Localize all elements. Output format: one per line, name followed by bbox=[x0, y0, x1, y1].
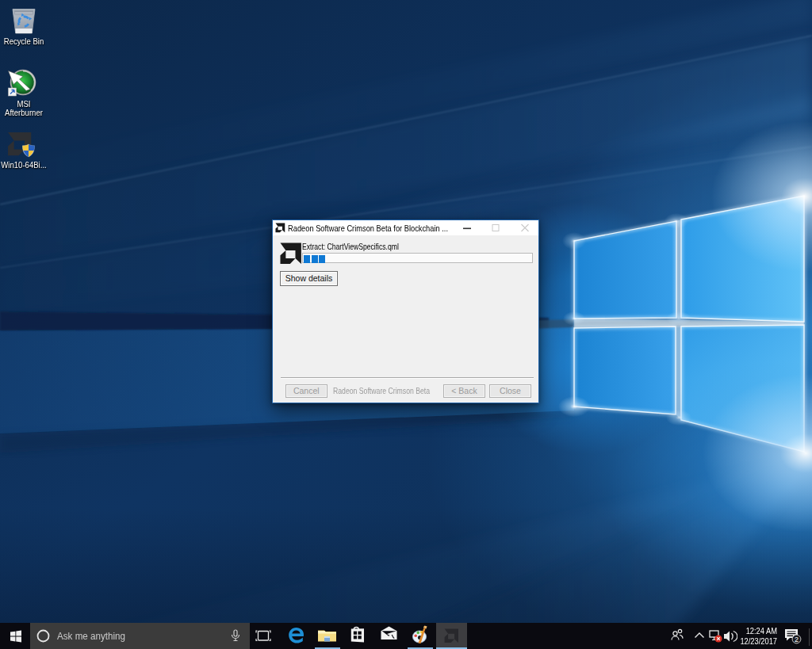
svg-text:2: 2 bbox=[795, 636, 799, 643]
